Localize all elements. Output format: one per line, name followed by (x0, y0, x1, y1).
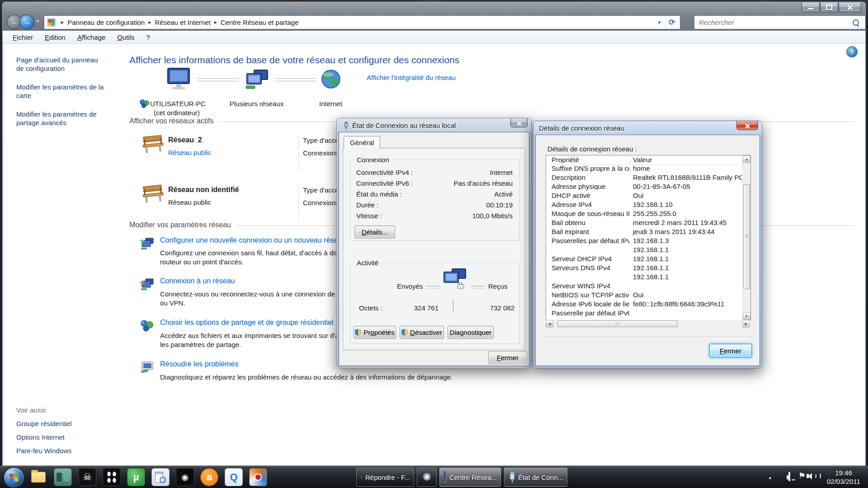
dialog-body: Détails de connexion réseau : Propriété … (535, 135, 760, 366)
restore-button[interactable] (820, 3, 838, 12)
search-icon[interactable] (853, 19, 859, 26)
detail-row[interactable]: Serveur WINS IPv4 (546, 282, 743, 291)
detail-row[interactable]: Bail expirant jeudi 3 mars 2011 19:43:44 (546, 228, 743, 237)
detail-row[interactable]: NetBIOS sur TCP/IP activé Oui (546, 291, 743, 300)
menu-item[interactable]: Fichier (13, 33, 33, 41)
close-button[interactable] (839, 3, 861, 12)
disable-button[interactable]: Désactiver (400, 326, 444, 339)
close-button[interactable] (510, 118, 528, 127)
taskbar-foobar2000-icon[interactable]: ☠ (78, 468, 97, 487)
taskbar-quicktime-icon[interactable]: Q (224, 468, 243, 487)
taskbar-firefox-window-button[interactable]: Répondre - F... (356, 468, 414, 487)
help-icon[interactable]: ? (846, 46, 858, 57)
search-input[interactable] (694, 19, 853, 26)
computer-icon[interactable] (164, 67, 192, 90)
menu-item[interactable]: Affichage (77, 33, 105, 41)
minimize-button[interactable] (802, 3, 820, 12)
details-button[interactable]: Détails... (354, 225, 395, 239)
taskbar-steam-icon[interactable]: ◉ (175, 468, 194, 487)
breadcrumb-item[interactable]: ▶ Centre Réseau et partage (211, 19, 299, 26)
address-dropdown-icon[interactable]: ▼ (657, 20, 661, 25)
scroll-right-icon[interactable]: ▶ (742, 320, 750, 328)
multiple-networks-icon[interactable] (244, 69, 269, 90)
detail-row[interactable]: Adresse IPv6 locale de lien fe80::1cfb:8… (546, 300, 743, 309)
detail-row[interactable]: Serveurs DNS IPv4 192.168.1.1 (546, 264, 743, 273)
taskbar-fan-window-button[interactable]: ✺ (417, 468, 437, 487)
taskbar-media-app-icon[interactable] (102, 468, 121, 487)
detail-row[interactable]: Serveur DHCP IPv4 192.168.1.1 (546, 255, 743, 264)
taskbar-connection-status-button[interactable]: État de Conn... (504, 468, 567, 487)
task-link[interactable]: Résoudre les problèmes (160, 360, 238, 368)
menu-item[interactable]: ? (146, 33, 150, 41)
taskbar-explorer-icon[interactable] (29, 468, 48, 487)
detail-row[interactable]: Adresse IPv4 192.168.1.10 (546, 201, 743, 210)
history-dropdown-icon[interactable]: ▼ (36, 19, 40, 23)
detail-row[interactable]: 192.168.1.1 (546, 273, 743, 282)
taskbar-avast-icon[interactable]: a (200, 468, 219, 487)
detail-row[interactable]: Description Realtek RTL8168B/8111B Famil… (546, 174, 743, 183)
desktop: ← → ▼ ▶ Panneau de configuration ▶ R (0, 0, 868, 488)
detail-row[interactable]: Passerelle par défaut IPv6 (546, 309, 743, 318)
start-button[interactable] (4, 467, 24, 488)
see-full-network-link[interactable]: Afficher l'intégralité du réseau (367, 74, 456, 81)
vertical-scrollbar[interactable]: ▲ ▼ (742, 155, 750, 320)
detail-row[interactable]: Passerelles par défaut IPv4 192.168.1.3 (546, 237, 743, 246)
bytes-sent-value: 324 761 (402, 304, 439, 312)
see-also-link[interactable]: Groupe résidentiel (16, 419, 107, 428)
tray-action-center-icon[interactable]: ⚑ (798, 471, 806, 481)
task-link[interactable]: Connexion à un réseau (160, 277, 235, 285)
network-details-dialog: Détails de connexion réseau Détails de c… (533, 121, 762, 368)
clock-date: 02/03/2011 (823, 477, 864, 486)
properties-button[interactable]: Propriétés (354, 326, 396, 339)
diagnose-button[interactable]: Diagnostiquer (448, 326, 494, 339)
task-link[interactable]: Configurer une nouvelle connexion ou un … (160, 236, 346, 244)
refresh-icon[interactable]: ⟳ (665, 17, 678, 28)
taskbar-paint-app-icon[interactable] (249, 468, 268, 487)
menu-item[interactable]: Edition (45, 33, 66, 41)
taskbar-audit-tool-icon[interactable] (151, 468, 170, 487)
tray-volume-icon[interactable] (807, 473, 821, 479)
breadcrumb: ▶ Panneau de configuration ▶ Réseau et I… (57, 19, 654, 26)
tab-general[interactable]: Général (344, 136, 380, 149)
tray-network-icon[interactable] (788, 473, 790, 480)
network-category-link[interactable]: Réseau public (168, 149, 211, 156)
detail-row[interactable]: Suffixe DNS propre à la co... home (546, 164, 743, 174)
restore-icon (826, 5, 832, 10)
menu-item[interactable]: Outils (117, 33, 134, 41)
address-bar[interactable]: ▶ Panneau de configuration ▶ Réseau et I… (44, 15, 680, 29)
detail-row[interactable]: 192.168.1.1 (546, 246, 743, 255)
detail-row[interactable]: Adresse physique 00-21-85-3A-67-05 (546, 183, 743, 192)
value-column-header[interactable]: Valeur (633, 156, 652, 164)
see-also-link[interactable]: Pare-feu Windows (16, 446, 107, 455)
property-column-header[interactable]: Propriété (552, 156, 579, 164)
see-also-link[interactable]: Options Internet (16, 433, 107, 441)
details-list[interactable]: Propriété Valeur Suffixe DNS propre à la… (546, 155, 751, 320)
detail-row[interactable]: DHCP activé Oui (546, 192, 743, 201)
show-hidden-icons-button[interactable]: ▲ (768, 475, 772, 480)
sidebar-task-link[interactable]: Page d'accueil du panneau de configurati… (16, 56, 107, 73)
scroll-left-icon[interactable]: ◀ (546, 320, 553, 328)
scrollbar-thumb[interactable] (557, 320, 678, 327)
breadcrumb-item[interactable]: ▶ Réseau et Internet (145, 19, 211, 26)
scrollbar-thumb[interactable] (743, 184, 750, 289)
task-link[interactable]: Choisir les options de partage et de gro… (160, 319, 333, 327)
close-button[interactable] (736, 121, 758, 130)
breadcrumb-item[interactable]: ▶ Panneau de configuration (57, 19, 145, 26)
forward-button[interactable]: → (19, 14, 34, 29)
close-dialog-button[interactable]: Fermer (709, 344, 752, 357)
detail-row[interactable]: Masque de sous-réseau IP... 255.255.255.… (546, 210, 743, 219)
detail-row[interactable]: Bail obtenu mercredi 2 mars 2011 19:43:4… (546, 219, 743, 228)
tray-clock[interactable]: 19:46 02/03/2011 (823, 469, 864, 486)
horizontal-scrollbar[interactable]: ◀ ▶ (546, 320, 750, 328)
divider (426, 286, 439, 289)
taskbar-network-center-button[interactable]: Centre Résea... (439, 468, 501, 487)
scroll-down-icon[interactable]: ▼ (743, 312, 750, 320)
sidebar-task-link[interactable]: Modifier les paramètres de partage avanc… (16, 110, 107, 127)
sidebar-task-link[interactable]: Modifier les paramètres de la carte (16, 83, 107, 100)
internet-globe-icon[interactable] (321, 69, 341, 89)
taskbar-utorrent-icon[interactable]: µ (127, 468, 146, 487)
taskbar-device-app-icon[interactable] (53, 468, 72, 487)
scroll-up-icon[interactable]: ▲ (743, 155, 750, 163)
close-dialog-button[interactable]: Fermer (488, 351, 527, 364)
dialog-title: État de Connexion au réseau local (352, 122, 456, 129)
